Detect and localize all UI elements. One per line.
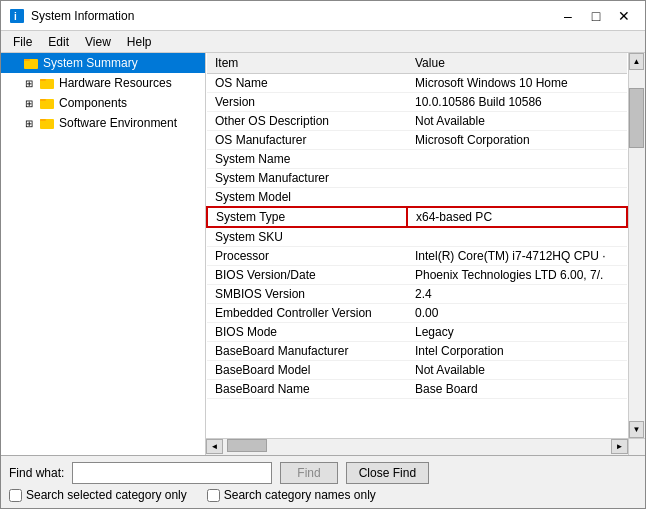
find-label: Find what: [9, 466, 64, 480]
menu-view[interactable]: View [77, 33, 119, 51]
table-row: BaseBoard NameBase Board [207, 380, 627, 399]
expand-icon-system-summary [5, 55, 21, 71]
table-scroll-area[interactable]: Item Value OS NameMicrosoft Windows 10 H… [206, 53, 628, 455]
cell-item: BIOS Mode [207, 323, 407, 342]
cell-value [407, 169, 627, 188]
table-row: System Model [207, 188, 627, 208]
horizontal-scrollbar[interactable]: ◄ ► [206, 438, 628, 455]
find-row: Find what: Find Close Find [9, 462, 637, 484]
scroll-down-arrow[interactable]: ▼ [629, 421, 644, 438]
checkbox-label-1[interactable]: Search selected category only [9, 488, 187, 502]
cell-value: 2.4 [407, 285, 627, 304]
data-table: Item Value OS NameMicrosoft Windows 10 H… [206, 53, 628, 399]
scroll-up-arrow[interactable]: ▲ [629, 53, 644, 70]
table-row: Other OS DescriptionNot Available [207, 112, 627, 131]
cell-value [407, 188, 627, 208]
cell-value: Intel Corporation [407, 342, 627, 361]
menu-help[interactable]: Help [119, 33, 160, 51]
sidebar-item-software-environment[interactable]: ⊞ Software Environment [1, 113, 205, 133]
sidebar-label-software-environment: Software Environment [59, 116, 177, 130]
table-row: OS NameMicrosoft Windows 10 Home [207, 74, 627, 93]
cell-item: Embedded Controller Version [207, 304, 407, 323]
minimize-button[interactable]: – [555, 6, 581, 26]
cell-value: 10.0.10586 Build 10586 [407, 93, 627, 112]
sidebar-item-system-summary[interactable]: System Summary [1, 53, 205, 73]
scroll-thumb-horizontal[interactable] [227, 439, 267, 452]
cell-item: Processor [207, 247, 407, 266]
cell-item: BaseBoard Manufacturer [207, 342, 407, 361]
checkbox-category-names[interactable] [207, 489, 220, 502]
cell-item: System SKU [207, 227, 407, 247]
cell-value: Microsoft Windows 10 Home [407, 74, 627, 93]
main-window: i System Information – □ ✕ File Edit Vie… [0, 0, 646, 509]
folder-icon-hardware [39, 75, 55, 91]
find-button[interactable]: Find [280, 462, 337, 484]
close-find-button[interactable]: Close Find [346, 462, 429, 484]
sidebar-label-hardware-resources: Hardware Resources [59, 76, 172, 90]
svg-rect-9 [40, 119, 46, 121]
checkbox-row: Search selected category only Search cat… [9, 488, 637, 502]
cell-value: Not Available [407, 112, 627, 131]
cell-value: Legacy [407, 323, 627, 342]
scroll-thumb-vertical[interactable] [629, 88, 644, 148]
scroll-left-arrow[interactable]: ◄ [206, 439, 223, 454]
menu-bar: File Edit View Help [1, 31, 645, 53]
maximize-button[interactable]: □ [583, 6, 609, 26]
cell-item: Other OS Description [207, 112, 407, 131]
cell-item: Version [207, 93, 407, 112]
col-item: Item [207, 53, 407, 74]
table-row: BIOS Version/DatePhoenix Technologies LT… [207, 266, 627, 285]
table-row: BIOS ModeLegacy [207, 323, 627, 342]
cell-item: System Model [207, 188, 407, 208]
cell-item: System Manufacturer [207, 169, 407, 188]
svg-text:i: i [14, 11, 17, 22]
cell-item: System Name [207, 150, 407, 169]
sidebar-item-components[interactable]: ⊞ Components [1, 93, 205, 113]
cell-value: Phoenix Technologies LTD 6.00, 7/. [407, 266, 627, 285]
main-content: System Summary ⊞ Hardware Resources ⊞ Co… [1, 53, 645, 455]
cell-value [407, 227, 627, 247]
sidebar-item-hardware-resources[interactable]: ⊞ Hardware Resources [1, 73, 205, 93]
svg-rect-5 [40, 79, 46, 81]
checkbox-label-2[interactable]: Search category names only [207, 488, 376, 502]
cell-value: 0.00 [407, 304, 627, 323]
find-input[interactable] [72, 462, 272, 484]
menu-edit[interactable]: Edit [40, 33, 77, 51]
window-title: System Information [31, 9, 555, 23]
expand-icon-software: ⊞ [21, 115, 37, 131]
table-row: System Typex64-based PC [207, 207, 627, 227]
expand-icon-components: ⊞ [21, 95, 37, 111]
table-row: BaseBoard ManufacturerIntel Corporation [207, 342, 627, 361]
cell-value: Base Board [407, 380, 627, 399]
sidebar-label-system-summary: System Summary [43, 56, 138, 70]
table-row: Version10.0.10586 Build 10586 [207, 93, 627, 112]
window-controls: – □ ✕ [555, 6, 637, 26]
scroll-right-arrow[interactable]: ► [611, 439, 628, 454]
folder-icon-components [39, 95, 55, 111]
table-row: System Name [207, 150, 627, 169]
close-button[interactable]: ✕ [611, 6, 637, 26]
folder-icon-software [39, 115, 55, 131]
cell-item: SMBIOS Version [207, 285, 407, 304]
cell-value [407, 150, 627, 169]
scrollbar-corner [628, 438, 645, 455]
checkbox-selected-category[interactable] [9, 489, 22, 502]
table-row: Embedded Controller Version0.00 [207, 304, 627, 323]
vertical-scrollbar[interactable]: ▲ ▼ [628, 53, 645, 438]
cell-value: Microsoft Corporation [407, 131, 627, 150]
sidebar-label-components: Components [59, 96, 127, 110]
cell-item: OS Manufacturer [207, 131, 407, 150]
svg-rect-0 [10, 9, 24, 23]
table-row: BaseBoard ModelNot Available [207, 361, 627, 380]
find-bar: Find what: Find Close Find Search select… [1, 455, 645, 508]
table-wrapper: Item Value OS NameMicrosoft Windows 10 H… [206, 53, 645, 455]
title-bar: i System Information – □ ✕ [1, 1, 645, 31]
cell-item: BaseBoard Name [207, 380, 407, 399]
col-value: Value [407, 53, 627, 74]
menu-file[interactable]: File [5, 33, 40, 51]
cell-item: OS Name [207, 74, 407, 93]
table-row: System Manufacturer [207, 169, 627, 188]
cell-item: BIOS Version/Date [207, 266, 407, 285]
cell-value: Intel(R) Core(TM) i7-4712HQ CPU · [407, 247, 627, 266]
right-panel: Item Value OS NameMicrosoft Windows 10 H… [206, 53, 645, 455]
